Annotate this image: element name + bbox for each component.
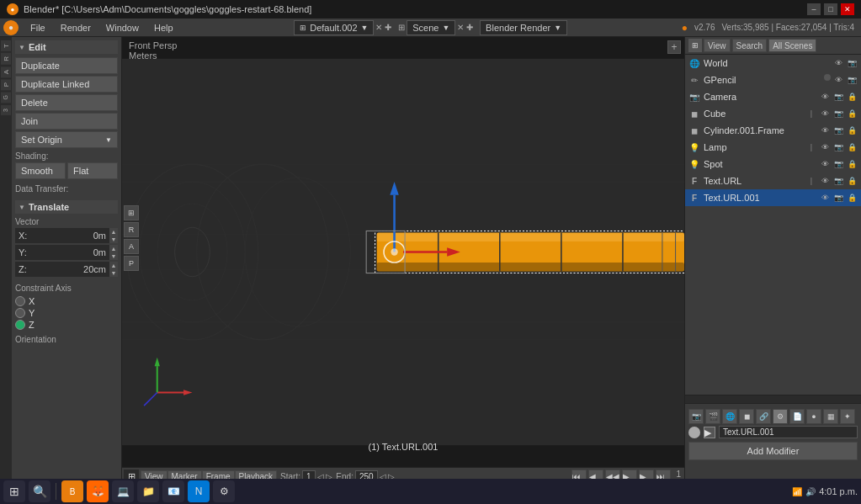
texturl001-render-btn[interactable]: 📷 xyxy=(832,192,844,204)
minimize-button[interactable]: – xyxy=(807,3,821,15)
outliner-item-world[interactable]: 🌐 World 👁 📷 xyxy=(685,55,861,72)
start-button[interactable]: ⊞ xyxy=(3,480,25,502)
workspace-selector[interactable]: ⊞ Default.002 ▼ xyxy=(294,20,374,35)
vert-tab-anim[interactable]: A xyxy=(1,66,11,77)
scene-selector[interactable]: Scene ▼ xyxy=(407,20,455,35)
vp-icon-2[interactable]: R xyxy=(124,222,139,237)
active-obj-name[interactable]: Text.URL.001 xyxy=(719,426,858,438)
vp-icon-3[interactable]: A xyxy=(124,239,139,254)
outliner-item-gpencil[interactable]: ✏ GPencil 👁 📷 xyxy=(685,72,861,88)
delete-button[interactable]: Delete xyxy=(15,94,118,111)
props-icon-world[interactable]: 🌐 xyxy=(722,409,737,424)
menu-help[interactable]: Help xyxy=(147,21,180,34)
smooth-button[interactable]: Smooth xyxy=(15,162,66,179)
viewport-add-button[interactable]: + xyxy=(667,40,681,54)
taskbar-firefox[interactable]: 🦊 xyxy=(87,480,109,502)
search-tab[interactable]: Search xyxy=(732,39,768,52)
vert-tab-tools[interactable]: T xyxy=(1,40,11,51)
world-render-btn[interactable]: 📷 xyxy=(846,57,858,69)
props-icon-scene[interactable]: 🎬 xyxy=(705,409,720,424)
camera-eye-btn[interactable]: 👁 xyxy=(819,91,831,103)
gpencil-render-btn[interactable]: 📷 xyxy=(846,74,858,86)
z-arrows[interactable]: ▲ ▼ xyxy=(109,262,118,277)
cube-eye-btn[interactable]: 👁 xyxy=(819,108,831,119)
props-icon-particles[interactable]: ✦ xyxy=(840,409,855,424)
outliner-icon[interactable]: ⊞ xyxy=(688,39,702,52)
cube-lock-btn[interactable]: 🔒 xyxy=(846,108,858,119)
vert-tab-grease[interactable]: G xyxy=(1,92,11,103)
x-up-arrow[interactable]: ▲ xyxy=(109,228,118,236)
outliner-item-camera[interactable]: 📷 Camera 👁 📷 🔒 xyxy=(685,88,861,105)
x-down-arrow[interactable]: ▼ xyxy=(109,236,118,243)
menu-window[interactable]: Window xyxy=(99,21,146,34)
outliner-item-cube[interactable]: ◼ Cube | 👁 📷 🔒 xyxy=(685,105,861,122)
x-field[interactable]: X: 0m ▲ ▼ xyxy=(15,228,118,243)
all-scenes-tab[interactable]: All Scenes xyxy=(768,39,816,52)
props-icon-material[interactable]: ● xyxy=(806,409,821,424)
y-up-arrow[interactable]: ▲ xyxy=(109,245,118,252)
vert-tab-ph[interactable]: P xyxy=(1,79,11,90)
props-icon-constraint[interactable]: 🔗 xyxy=(756,409,771,424)
x-axis-dot[interactable] xyxy=(15,296,25,306)
props-icon-render[interactable]: 📷 xyxy=(688,409,704,424)
y-arrows[interactable]: ▲ ▼ xyxy=(109,245,118,260)
outliner-item-texturl001[interactable]: F Text.URL.001 👁 📷 🔒 xyxy=(685,189,861,206)
y-axis-dot[interactable] xyxy=(15,308,25,318)
outliner-scrollbar[interactable] xyxy=(685,395,861,403)
vp-icon-1[interactable]: ⊞ xyxy=(124,205,139,220)
vp-icon-4[interactable]: P xyxy=(124,256,139,271)
z-axis-dot[interactable] xyxy=(15,320,25,330)
outliner-item-spot[interactable]: 💡 Spot 👁 📷 🔒 xyxy=(685,156,861,172)
duplicate-button[interactable]: Duplicate xyxy=(15,57,118,74)
texturl-lock-btn[interactable]: 🔒 xyxy=(846,175,858,187)
taskbar-volume[interactable]: 🔊 xyxy=(805,487,816,496)
menu-file[interactable]: File xyxy=(24,21,52,34)
join-button[interactable]: Join xyxy=(15,113,118,130)
spot-lock-btn[interactable]: 🔒 xyxy=(846,158,858,170)
set-origin-button[interactable]: Set Origin ▼ xyxy=(15,131,118,148)
cylinder-eye-btn[interactable]: 👁 xyxy=(819,125,831,136)
outliner-item-lamp[interactable]: 💡 Lamp | 👁 📷 🔒 xyxy=(685,139,861,156)
camera-extra-btn[interactable]: 🔒 xyxy=(846,91,858,103)
search-taskbar-btn[interactable]: 🔍 xyxy=(29,480,50,502)
x-arrows[interactable]: ▲ ▼ xyxy=(109,228,118,243)
z-up-arrow[interactable]: ▲ xyxy=(109,262,118,269)
z-field[interactable]: Z: 20cm ▲ ▼ xyxy=(15,262,118,277)
y-down-arrow[interactable]: ▼ xyxy=(109,252,118,260)
cube-render-btn[interactable]: 📷 xyxy=(832,108,844,119)
props-icon-data[interactable]: 📄 xyxy=(789,409,805,424)
props-icon-modifier[interactable]: ⚙ xyxy=(773,409,788,424)
translate-section-header[interactable]: Translate xyxy=(15,200,118,214)
renderer-selector[interactable]: Blender Render ▼ xyxy=(480,20,567,35)
viewport[interactable]: Front Persp Meters + ⊞ R A P (1) Text.UR… xyxy=(122,37,684,504)
flat-button[interactable]: Flat xyxy=(67,162,118,179)
taskbar-blender[interactable]: B xyxy=(61,480,83,502)
world-eye-btn[interactable]: 👁 xyxy=(832,57,844,69)
texturl-eye-btn[interactable]: 👁 xyxy=(819,175,831,187)
vert-tab-rel[interactable]: R xyxy=(1,53,11,65)
add-modifier-button[interactable]: Add Modifier xyxy=(688,442,858,460)
outliner-item-texturl[interactable]: F Text.URL | 👁 📷 🔒 xyxy=(685,172,861,189)
edit-section-header[interactable]: Edit xyxy=(15,40,118,54)
texturl-render-btn[interactable]: 📷 xyxy=(832,175,844,187)
props-icon-texture[interactable]: ▦ xyxy=(823,409,838,424)
lamp-lock-btn[interactable]: 🔒 xyxy=(846,141,858,153)
menu-render[interactable]: Render xyxy=(54,21,98,34)
camera-render-btn[interactable]: 📷 xyxy=(832,91,844,103)
taskbar-app4[interactable]: N xyxy=(188,480,210,502)
texturl001-eye-btn[interactable]: 👁 xyxy=(819,192,831,204)
duplicate-linked-button[interactable]: Duplicate Linked xyxy=(15,76,118,93)
taskbar-app5[interactable]: ⚙ xyxy=(213,480,235,502)
taskbar-network[interactable]: 📶 xyxy=(792,487,802,496)
view-tab[interactable]: View xyxy=(704,39,731,52)
lamp-render-btn[interactable]: 📷 xyxy=(832,141,844,153)
y-field[interactable]: Y: 0m ▲ ▼ xyxy=(15,245,118,260)
titlebar-controls[interactable]: – □ ✕ xyxy=(807,3,854,15)
taskbar-app2[interactable]: 📁 xyxy=(137,480,159,502)
taskbar-app3[interactable]: 📧 xyxy=(162,480,184,502)
maximize-button[interactable]: □ xyxy=(824,3,837,15)
outliner-item-cylinder[interactable]: ◼ Cylinder.001.Frame 👁 📷 🔒 xyxy=(685,122,861,139)
spot-eye-btn[interactable]: 👁 xyxy=(819,158,831,170)
lamp-eye-btn[interactable]: 👁 xyxy=(819,141,831,153)
texturl001-lock-btn[interactable]: 🔒 xyxy=(846,192,858,204)
